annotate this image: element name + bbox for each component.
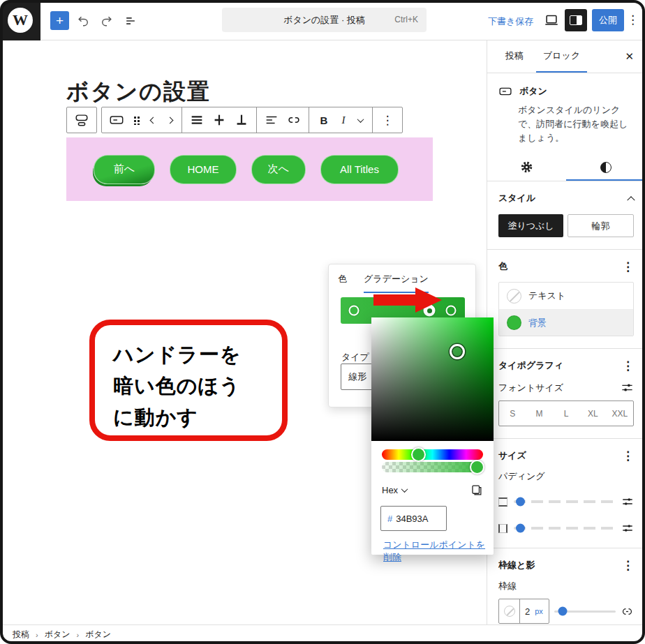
wordpress-logo[interactable]: W: [0, 0, 40, 40]
breadcrumb-post[interactable]: 投稿: [13, 629, 29, 641]
settings-sidebar-toggle[interactable]: [565, 9, 587, 31]
justify-items-button[interactable]: [186, 107, 207, 133]
button-all-titles[interactable]: All Titles: [320, 155, 399, 184]
post-title[interactable]: ボタンの設置: [66, 77, 211, 107]
slider-handle[interactable]: [516, 497, 525, 507]
tab-solid-color[interactable]: 色: [338, 273, 347, 293]
italic-button[interactable]: I: [336, 107, 351, 133]
button-prev[interactable]: 前へ: [94, 155, 155, 184]
no-color-icon: [504, 606, 515, 617]
background-color-row[interactable]: 背景: [499, 309, 633, 336]
color-options-button[interactable]: ⋮: [622, 261, 634, 273]
typography-options-button[interactable]: ⋮: [622, 360, 634, 372]
border-unlink-button[interactable]: [621, 605, 634, 618]
italic-icon: I: [342, 114, 346, 126]
preview-button[interactable]: [544, 13, 559, 28]
tab-block[interactable]: ブロック: [536, 40, 587, 73]
padding-horizontal-settings-button[interactable]: [621, 522, 634, 534]
saturation-handle[interactable]: [450, 344, 465, 359]
vertical-padding-icon: [498, 497, 507, 507]
padding-vertical-settings-button[interactable]: [621, 495, 634, 508]
saturation-square[interactable]: [371, 317, 494, 441]
tab-post[interactable]: 投稿: [498, 40, 531, 73]
contrast-icon: [600, 162, 611, 173]
more-formats-button[interactable]: [353, 107, 368, 133]
button-block-button[interactable]: [106, 107, 127, 133]
alpha-slider[interactable]: [382, 462, 483, 472]
block-options-button[interactable]: ⋮: [377, 107, 398, 133]
button-block-icon: [109, 112, 124, 128]
breadcrumb-button[interactable]: ボタン: [85, 629, 111, 641]
alpha-handle[interactable]: [470, 460, 484, 474]
button-home[interactable]: HOME: [170, 155, 237, 184]
font-size-l[interactable]: L: [553, 401, 579, 426]
hex-value: 34B93A: [396, 514, 428, 524]
collapse-chevron-icon[interactable]: [627, 197, 635, 204]
padding-vertical-slider[interactable]: [514, 500, 615, 503]
gradient-stop-end[interactable]: [446, 306, 457, 316]
text-color-row[interactable]: テキスト: [499, 283, 633, 309]
chevron-right-icon: [166, 117, 173, 123]
color-format-select[interactable]: Hex: [382, 485, 398, 495]
move-left-button[interactable]: [145, 107, 161, 133]
close-sidebar-button[interactable]: ✕: [625, 40, 634, 73]
instruction-callout: ハンドラーを 暗い色のほう に動かす: [89, 320, 288, 441]
add-block-button[interactable]: +: [50, 11, 69, 30]
breadcrumb-separator: ›: [77, 631, 80, 639]
gradient-stop-start[interactable]: [349, 306, 359, 316]
command-palette[interactable]: ボタンの設置 · 投稿 Ctrl+K: [222, 8, 427, 32]
border-width-input[interactable]: 2 px: [498, 599, 549, 624]
laptop-icon: [544, 13, 559, 28]
padding-label: パディング: [498, 470, 634, 483]
drag-handle[interactable]: [128, 107, 144, 133]
padding-horizontal-row: [498, 521, 634, 536]
font-size-m[interactable]: M: [526, 401, 552, 426]
copy-button[interactable]: [470, 484, 483, 497]
options-menu-button[interactable]: ⋮: [627, 14, 639, 26]
ellipsis-icon: ⋮: [382, 114, 394, 126]
tab-styles[interactable]: [566, 155, 645, 181]
align-bottom-icon: [234, 112, 249, 128]
color-picker-popover: Hex # 34B93A コントロールポイントを削除: [371, 317, 494, 555]
size-options-button[interactable]: ⋮: [622, 450, 634, 462]
breadcrumb-buttons[interactable]: ボタン: [45, 629, 71, 641]
hue-handle[interactable]: [411, 447, 426, 462]
border-color-swatch[interactable]: [499, 599, 520, 623]
green-color-swatch: [507, 315, 521, 330]
gear-icon: [520, 160, 533, 174]
move-right-button[interactable]: [162, 107, 177, 133]
remove-control-point-link[interactable]: コントロールポイントを削除: [383, 539, 494, 564]
text-align-button[interactable]: [261, 107, 282, 133]
slider-handle[interactable]: [516, 524, 525, 533]
bold-button[interactable]: B: [313, 107, 334, 133]
undo-button[interactable]: [75, 13, 91, 29]
font-size-xl[interactable]: XL: [579, 401, 606, 426]
vertical-align-center-button[interactable]: [209, 107, 230, 133]
block-card: ボタン ボタンスタイルのリンクで、訪問者に行動を喚起しましょう。: [487, 73, 645, 155]
font-size-settings-button[interactable]: [621, 381, 634, 394]
document-overview-button[interactable]: [123, 13, 138, 29]
parent-block-selector: [66, 107, 97, 133]
vertical-align-bottom-button[interactable]: [231, 107, 252, 133]
button-label: 前へ: [114, 163, 135, 176]
unit-label: px: [535, 607, 549, 615]
color-section: 色 ⋮ テキスト 背景: [487, 250, 645, 349]
border-options-button[interactable]: ⋮: [622, 560, 634, 571]
hex-input[interactable]: # 34B93A: [380, 506, 447, 531]
style-fill-button[interactable]: 塗りつぶし: [498, 214, 563, 237]
buttons-parent-button[interactable]: [71, 107, 92, 133]
tab-settings[interactable]: [487, 155, 566, 181]
style-outline-button[interactable]: 輪郭: [568, 214, 634, 237]
publish-button[interactable]: 公開: [592, 9, 624, 31]
redo-button[interactable]: [99, 13, 114, 29]
button-next[interactable]: 次へ: [251, 155, 306, 184]
slider-handle[interactable]: [558, 607, 568, 616]
font-size-s[interactable]: S: [499, 401, 526, 426]
font-size-xxl[interactable]: XXL: [607, 401, 633, 426]
padding-horizontal-slider[interactable]: [514, 527, 615, 530]
hue-slider[interactable]: [382, 449, 483, 460]
border-width-slider[interactable]: [554, 611, 616, 613]
block-inspector-tabs: [487, 155, 645, 181]
link-button[interactable]: [283, 107, 304, 133]
save-draft-button[interactable]: 下書き保存: [488, 15, 533, 28]
